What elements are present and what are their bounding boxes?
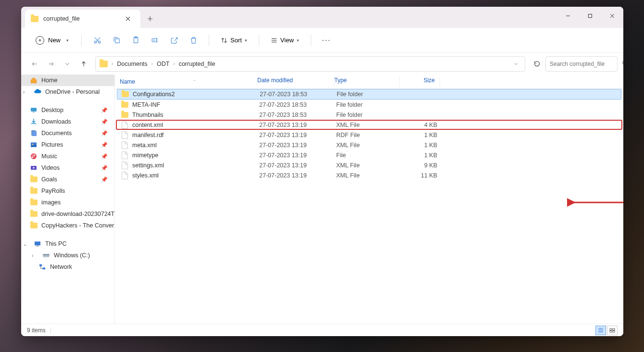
svg-rect-0	[589, 14, 592, 18]
paste-button[interactable]	[127, 32, 144, 49]
file-row[interactable]: styles.xml 27-07-2023 13:19 XML File 11 …	[117, 170, 621, 180]
back-button[interactable]	[27, 56, 42, 72]
sidebar-item-quick[interactable]: Pictures📌	[21, 139, 114, 151]
file-date: 27-07-2023 13:19	[259, 122, 336, 128]
tab-active[interactable]: corrupted_file	[25, 10, 140, 28]
plus-circle-icon: +	[36, 36, 44, 45]
details-view-button[interactable]	[595, 326, 606, 335]
sidebar-item-quick[interactable]: images	[21, 197, 114, 208]
file-date: 27-07-2023 18:53	[259, 112, 336, 118]
sidebar-item-label: Goals	[41, 176, 57, 183]
sidebar-item-quick[interactable]: Videos📌	[21, 162, 114, 174]
file-icon	[122, 162, 128, 169]
search-icon	[622, 60, 623, 68]
new-button[interactable]: + New ▾	[30, 33, 75, 48]
sidebar-item-quick[interactable]: Desktop📌	[21, 104, 114, 116]
file-row[interactable]: settings.xml 27-07-2023 13:19 XML File 9…	[117, 160, 621, 170]
sidebar-item-thispc[interactable]: ⌄ This PC	[21, 238, 114, 250]
svg-rect-18	[36, 246, 38, 246]
up-button[interactable]	[76, 56, 91, 72]
copy-button[interactable]	[108, 32, 125, 49]
explorer-window: corrupted_file + New ▾ A	[21, 7, 623, 336]
breadcrumb[interactable]: Documents	[115, 59, 149, 69]
chevron-down-icon: ▾	[297, 38, 299, 43]
file-icon	[122, 131, 128, 139]
file-type: File folder	[337, 91, 402, 98]
large-icons-view-button[interactable]	[607, 326, 618, 335]
sidebar-item-label: Pictures	[41, 141, 63, 148]
column-header-name[interactable]: Name ⌃	[115, 77, 257, 87]
file-date: 27-07-2023 13:19	[259, 172, 336, 179]
address-dropdown[interactable]	[511, 60, 521, 68]
folder-icon	[30, 199, 38, 206]
search-input[interactable]	[550, 61, 622, 67]
file-row[interactable]: META-INF 27-07-2023 18:53 File folder	[117, 100, 621, 110]
address-bar[interactable]: › Documents › ODT › corrupted_file	[95, 56, 525, 72]
sidebar-item-label: Windows (C:)	[54, 252, 90, 259]
breadcrumb[interactable]: corrupted_file	[177, 59, 217, 69]
sidebar-item-home[interactable]: Home	[21, 75, 114, 86]
share-button[interactable]	[165, 32, 183, 49]
delete-button[interactable]	[185, 32, 202, 49]
file-row[interactable]: mimetype 27-07-2023 13:19 File 1 KB	[117, 150, 621, 160]
network-icon	[38, 263, 46, 271]
file-row[interactable]: Configurations2 27-07-2023 18:53 File fo…	[117, 89, 621, 100]
sidebar-item-quick[interactable]: Documents📌	[21, 127, 114, 139]
folder-icon	[121, 102, 128, 108]
svg-rect-21	[39, 264, 42, 266]
videos-icon	[30, 164, 38, 172]
sidebar-item-quick[interactable]: PayRolls	[21, 185, 114, 197]
file-row[interactable]: meta.xml 27-07-2023 13:19 XML File 1 KB	[117, 140, 621, 150]
file-icon	[122, 172, 128, 179]
file-row[interactable]: content.xml 27-07-2023 13:19 XML File 4 …	[116, 120, 622, 130]
tab-close-button[interactable]	[121, 12, 135, 25]
column-header-type[interactable]: Type	[334, 77, 400, 87]
sidebar-item-onedrive[interactable]: › OneDrive - Personal	[21, 86, 114, 98]
svg-rect-25	[613, 328, 615, 330]
sidebar-item-label: Desktop	[41, 107, 63, 113]
breadcrumb[interactable]: ODT	[155, 59, 171, 69]
file-row[interactable]: Thumbnails 27-07-2023 18:53 File folder	[117, 110, 621, 120]
svg-rect-12	[32, 131, 37, 136]
rename-button[interactable]: A	[146, 32, 164, 49]
view-button[interactable]: View ▾	[266, 34, 304, 47]
window-controls	[557, 7, 623, 28]
minimize-button[interactable]	[557, 7, 579, 25]
folder-icon	[121, 112, 128, 118]
close-button[interactable]	[601, 7, 623, 25]
file-type: RDF File	[336, 132, 402, 138]
column-header-size[interactable]: Size	[400, 77, 440, 87]
more-button[interactable]: ···	[318, 36, 335, 45]
refresh-button[interactable]	[529, 56, 544, 72]
sidebar-item-quick[interactable]: Downloads📌	[21, 116, 114, 127]
cut-button[interactable]	[88, 32, 106, 49]
drive-icon	[42, 251, 50, 259]
cloud-icon	[34, 88, 41, 96]
search-box[interactable]	[545, 56, 618, 72]
documents-icon	[30, 129, 38, 137]
file-date: 27-07-2023 13:19	[259, 162, 336, 169]
forward-button[interactable]	[43, 56, 59, 72]
file-name: Configurations2	[133, 91, 175, 98]
sidebar-item-quick[interactable]: Music📌	[21, 151, 114, 162]
sidebar-item-drive[interactable]: › Windows (C:)	[21, 250, 114, 261]
file-name: styles.xml	[132, 172, 159, 179]
sidebar-item-network[interactable]: Network	[21, 261, 114, 273]
toolbar: + New ▾ A Sort ▾ View ▾ ···	[21, 28, 623, 53]
recent-dropdown[interactable]	[60, 56, 75, 72]
svg-rect-22	[43, 267, 45, 269]
sort-button[interactable]: Sort ▾	[216, 34, 252, 47]
new-tab-button[interactable]	[140, 10, 160, 28]
svg-rect-24	[610, 328, 612, 330]
file-name: content.xml	[132, 122, 163, 128]
sidebar-item-quick[interactable]: CopyHackers - The Convers	[21, 220, 114, 231]
new-label: New	[48, 37, 61, 44]
maximize-button[interactable]	[579, 7, 601, 25]
sidebar-item-quick[interactable]: Goals📌	[21, 174, 114, 185]
file-size: 1 KB	[402, 152, 442, 159]
column-header-date[interactable]: Date modified	[257, 77, 334, 87]
chevron-down-icon: ⌄	[23, 241, 29, 247]
folder-icon	[30, 187, 38, 195]
file-row[interactable]: manifest.rdf 27-07-2023 13:19 RDF File 1…	[117, 130, 621, 140]
sidebar-item-quick[interactable]: drive-download-20230724T	[21, 208, 114, 220]
